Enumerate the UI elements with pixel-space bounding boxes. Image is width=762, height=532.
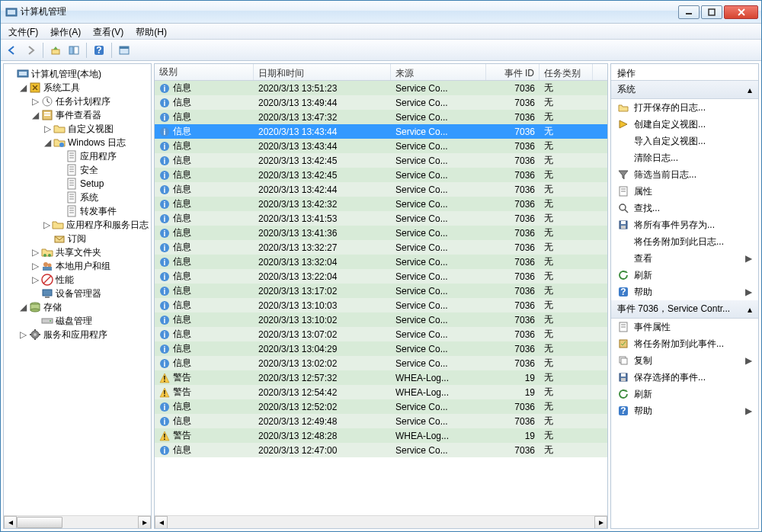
action-item[interactable]: 查看▶ xyxy=(611,250,758,267)
event-row[interactable]: i信息2020/3/13 13:10:03Service Co...7036无 xyxy=(155,298,607,312)
expand-icon[interactable] xyxy=(56,180,64,188)
action-item[interactable]: 创建自定义视图... xyxy=(611,116,758,133)
action-item[interactable]: 清除日志... xyxy=(611,149,758,166)
scroll-left-button[interactable]: ◂ xyxy=(155,516,168,529)
grid-body[interactable]: i信息2020/3/13 13:51:23Service Co...7036无i… xyxy=(155,81,607,515)
expand-icon[interactable]: ▷ xyxy=(31,262,40,271)
tree-item[interactable]: 计算机管理(本地) xyxy=(4,67,151,81)
menu-action[interactable]: 操作(A) xyxy=(44,24,87,39)
up-button[interactable] xyxy=(47,42,64,59)
tree[interactable]: 计算机管理(本地)◢系统工具▷任务计划程序◢事件查看器▷自定义视图◢Window… xyxy=(4,64,151,515)
event-row[interactable]: i信息2020/3/13 13:42:32Service Co...7036无 xyxy=(155,197,607,211)
expand-icon[interactable] xyxy=(56,194,64,202)
tree-item[interactable]: ▷共享文件夹 xyxy=(4,245,151,259)
help-button[interactable]: ? xyxy=(91,42,107,59)
grid-hscroll[interactable]: ◂ ▸ xyxy=(155,515,607,528)
show-hide-button[interactable] xyxy=(66,42,82,59)
action-item[interactable]: 将任务附加到此日志... xyxy=(611,233,758,250)
action-item[interactable]: 保存选择的事件... xyxy=(611,369,758,386)
tree-item[interactable]: 安全 xyxy=(4,163,151,177)
event-row[interactable]: i信息2020/3/13 13:02:02Service Co...7036无 xyxy=(155,356,607,370)
tree-item[interactable]: ▷自定义视图 xyxy=(4,122,151,136)
tree-item[interactable]: ▷应用程序和服务日志 xyxy=(4,218,151,232)
scroll-right-button[interactable]: ▸ xyxy=(138,516,151,529)
event-row[interactable]: i信息2020/3/13 13:07:02Service Co...7036无 xyxy=(155,327,607,341)
event-row[interactable]: i信息2020/3/13 13:42:44Service Co...7036无 xyxy=(155,182,607,197)
action-item[interactable]: ?帮助▶ xyxy=(611,402,758,419)
event-row[interactable]: !警告2020/3/13 12:57:32WHEA-Log...19无 xyxy=(155,370,607,385)
expand-icon[interactable]: ▷ xyxy=(43,221,50,229)
event-row[interactable]: i信息2020/3/13 12:49:48Service Co...7036无 xyxy=(155,414,607,428)
actions-section-system[interactable]: 系统 ▴ xyxy=(611,81,758,99)
menu-view[interactable]: 查看(V) xyxy=(87,24,130,39)
event-row[interactable]: i信息2020/3/13 13:42:45Service Co...7036无 xyxy=(155,168,607,182)
tree-item[interactable]: ◢系统工具 xyxy=(4,81,151,95)
action-item[interactable]: 查找... xyxy=(611,200,758,216)
tree-item[interactable]: ◢存储 xyxy=(4,300,151,314)
expand-icon[interactable]: ▷ xyxy=(19,331,27,339)
col-source[interactable]: 来源 xyxy=(391,64,486,80)
expand-icon[interactable]: ◢ xyxy=(43,139,52,147)
expand-icon[interactable] xyxy=(7,70,15,79)
event-row[interactable]: i信息2020/3/13 13:04:29Service Co...7036无 xyxy=(155,341,607,356)
forward-button[interactable] xyxy=(22,42,39,59)
action-item[interactable]: 导入自定义视图... xyxy=(611,133,758,149)
event-row[interactable]: i信息2020/3/13 13:41:53Service Co...7036无 xyxy=(155,211,607,226)
event-row[interactable]: i信息2020/3/13 13:51:23Service Co...7036无 xyxy=(155,81,607,95)
action-item[interactable]: 将任务附加到此事件... xyxy=(611,335,758,352)
action-item[interactable]: 刷新 xyxy=(611,267,758,284)
console-button[interactable] xyxy=(116,42,133,59)
tree-item[interactable]: ▷本地用户和组 xyxy=(4,259,151,273)
expand-icon[interactable] xyxy=(31,290,40,298)
close-button[interactable] xyxy=(724,5,758,19)
event-row[interactable]: i信息2020/3/13 12:47:00Service Co...7036无 xyxy=(155,443,607,457)
tree-item[interactable]: 转发事件 xyxy=(4,204,151,218)
event-row[interactable]: i信息2020/3/13 13:49:44Service Co...7036无 xyxy=(155,95,607,110)
expand-icon[interactable] xyxy=(31,317,40,325)
action-item[interactable]: ?帮助▶ xyxy=(611,284,758,300)
action-item[interactable]: 筛选当前日志... xyxy=(611,166,758,183)
action-item[interactable]: 将所有事件另存为... xyxy=(611,216,758,233)
event-row[interactable]: i信息2020/3/13 13:41:36Service Co...7036无 xyxy=(155,226,607,240)
expand-icon[interactable] xyxy=(56,166,64,175)
expand-icon[interactable]: ▷ xyxy=(31,98,40,106)
event-row[interactable]: i信息2020/3/13 13:47:32Service Co...7036无 xyxy=(155,110,607,124)
actions-section-event[interactable]: 事件 7036，Service Contr... ▴ xyxy=(611,300,758,319)
tree-item[interactable]: ◢事件查看器 xyxy=(4,108,151,122)
menu-help[interactable]: 帮助(H) xyxy=(130,24,173,39)
col-id[interactable]: 事件 ID xyxy=(486,64,539,80)
tree-item[interactable]: 磁盘管理 xyxy=(4,314,151,328)
action-item[interactable]: 复制▶ xyxy=(611,352,758,369)
back-button[interactable] xyxy=(4,42,21,59)
event-row[interactable]: i信息2020/3/13 12:52:02Service Co...7036无 xyxy=(155,399,607,414)
event-row[interactable]: i信息2020/3/13 13:43:44Service Co...7036无 xyxy=(155,124,607,139)
maximize-button[interactable] xyxy=(701,5,722,19)
action-item[interactable]: 属性 xyxy=(611,183,758,200)
event-row[interactable]: i信息2020/3/13 13:32:04Service Co...7036无 xyxy=(155,255,607,269)
event-row[interactable]: i信息2020/3/13 13:32:27Service Co...7036无 xyxy=(155,240,607,255)
expand-icon[interactable]: ▷ xyxy=(43,125,52,133)
action-item[interactable]: 打开保存的日志... xyxy=(611,99,758,116)
tree-item[interactable]: 系统 xyxy=(4,191,151,204)
scroll-right-button[interactable]: ▸ xyxy=(594,516,607,529)
tree-item[interactable]: 设备管理器 xyxy=(4,287,151,300)
expand-icon[interactable] xyxy=(43,235,52,243)
tree-item[interactable]: 应用程序 xyxy=(4,149,151,163)
col-cat[interactable]: 任务类别 xyxy=(539,64,593,80)
titlebar[interactable]: 计算机管理 xyxy=(1,1,761,24)
event-row[interactable]: !警告2020/3/13 12:48:28WHEA-Log...19无 xyxy=(155,428,607,443)
tree-item[interactable]: ▷服务和应用程序 xyxy=(4,328,151,341)
tree-item[interactable]: Setup xyxy=(4,177,151,191)
event-row[interactable]: i信息2020/3/13 13:22:04Service Co...7036无 xyxy=(155,269,607,284)
event-row[interactable]: i信息2020/3/13 13:43:44Service Co...7036无 xyxy=(155,139,607,153)
col-date[interactable]: 日期和时间 xyxy=(254,64,391,80)
expand-icon[interactable] xyxy=(56,152,64,161)
event-row[interactable]: i信息2020/3/13 13:17:02Service Co...7036无 xyxy=(155,284,607,298)
minimize-button[interactable] xyxy=(678,5,700,19)
event-row[interactable]: i信息2020/3/13 13:10:02Service Co...7036无 xyxy=(155,312,607,327)
tree-item[interactable]: ▷任务计划程序 xyxy=(4,95,151,108)
event-row[interactable]: !警告2020/3/13 12:54:42WHEA-Log...19无 xyxy=(155,385,607,399)
scroll-thumb[interactable] xyxy=(17,517,62,528)
expand-icon[interactable]: ◢ xyxy=(31,111,40,120)
scroll-left-button[interactable]: ◂ xyxy=(4,516,17,529)
